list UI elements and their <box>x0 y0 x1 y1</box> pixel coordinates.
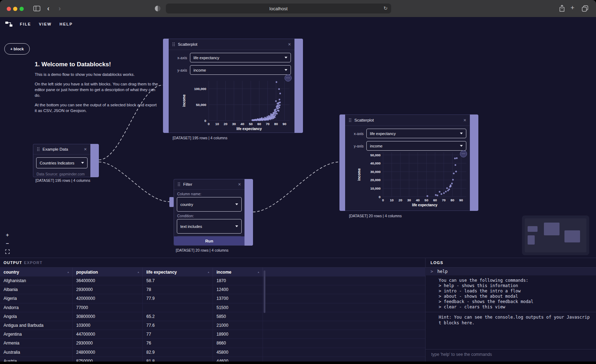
fit-view-button[interactable] <box>4 248 11 255</box>
forward-icon[interactable]: › <box>58 4 61 12</box>
output-handle[interactable] <box>294 39 303 133</box>
column-header-population[interactable]: population▲ <box>73 268 143 276</box>
table-row[interactable]: Afghanistan3640000058.71870 <box>0 276 425 285</box>
more-options-button[interactable]: ⋯ <box>285 74 292 82</box>
sidebar-toggle-icon[interactable] <box>33 5 40 13</box>
connection-edge[interactable] <box>253 162 339 212</box>
flow-canvas[interactable]: + block 1. Welcome to Datablocks! This i… <box>0 31 596 258</box>
sort-asc-icon[interactable]: ▲ <box>137 271 140 273</box>
minimap[interactable] <box>522 215 589 255</box>
tab-output[interactable]: OUTPUT <box>4 261 22 265</box>
menu-help[interactable]: HELP <box>60 22 73 26</box>
svg-text:30: 30 <box>407 198 411 202</box>
share-icon[interactable] <box>559 5 565 14</box>
node-header[interactable]: Scatterplot × <box>169 39 294 50</box>
dataset-select[interactable]: Countries Indicators <box>36 157 88 168</box>
output-handle[interactable] <box>90 144 99 177</box>
node-header[interactable]: Scatterplot × <box>345 115 470 126</box>
drag-handle-icon[interactable] <box>178 182 180 186</box>
more-options-button[interactable]: ⋯ <box>460 150 467 157</box>
close-window-button[interactable] <box>7 7 11 11</box>
input-handle[interactable] <box>339 114 345 211</box>
select-value: income <box>370 144 382 148</box>
select-value: income <box>193 68 206 72</box>
close-icon[interactable]: × <box>463 118 466 123</box>
table-row[interactable]: Antigua and Barbuda10300077.621000 <box>0 321 425 330</box>
table-cell: Albania <box>0 285 73 294</box>
table-cell: 77.9 <box>143 294 213 303</box>
table-row[interactable]: Australia2480000082.945800 <box>0 348 425 357</box>
column-header-income[interactable]: income▲ <box>213 268 263 276</box>
tab-export[interactable]: EXPORT <box>24 261 42 265</box>
scatterplot-node-1[interactable]: Scatterplot × x-axis life expectancy y-a… <box>163 39 303 133</box>
svg-text:10: 10 <box>390 198 394 202</box>
column-header-country[interactable]: country▲ <box>0 268 73 276</box>
drag-handle-icon[interactable] <box>37 147 40 151</box>
svg-text:80: 80 <box>274 122 278 126</box>
output-handle[interactable] <box>470 114 478 211</box>
column-header-life-expectancy[interactable]: life expectancy▲ <box>143 268 213 276</box>
table-scrollbar[interactable] <box>264 270 265 313</box>
table-cell: 58.7 <box>143 276 213 285</box>
new-tab-icon[interactable]: + <box>570 4 574 12</box>
table-cell: 42000000 <box>73 294 143 303</box>
close-icon[interactable]: × <box>84 147 87 152</box>
table-header: country▲ population▲ life expectancy▲ in… <box>0 267 425 276</box>
scatterplot-chart: 0102030405060708090010,00020,00030,00040… <box>345 149 470 209</box>
output-handle[interactable] <box>244 179 253 246</box>
connection-edge[interactable] <box>99 162 169 202</box>
table-row[interactable]: Algeria4200000077.913700 <box>0 294 425 303</box>
condition-select[interactable]: text includes <box>177 219 242 234</box>
address-bar[interactable]: localhost ↻ <box>166 4 391 13</box>
zoom-in-button[interactable]: + <box>4 231 11 238</box>
welcome-text: 1. Welcome to Datablocks! This is a demo… <box>35 61 159 118</box>
tab-overview-icon[interactable] <box>581 5 589 13</box>
input-handle[interactable] <box>169 197 174 207</box>
table-row[interactable]: Austria875000081.844600 <box>0 357 425 362</box>
filter-node[interactable]: Filter × Column name: country Condition:… <box>174 179 253 246</box>
node-header[interactable]: Filter × <box>174 179 244 190</box>
table-row[interactable]: Andorra7700051500 <box>0 303 425 312</box>
select-value: text includes <box>180 224 202 229</box>
svg-text:20,000: 20,000 <box>370 178 381 182</box>
sort-asc-icon[interactable]: ▲ <box>67 271 69 273</box>
menu-file[interactable]: FILE <box>20 22 31 26</box>
zoom-window-button[interactable] <box>19 7 24 11</box>
log-command-row: > help <box>425 268 596 275</box>
scatterplot-node-2[interactable]: Scatterplot × x-axis life expectancy y-a… <box>339 114 478 211</box>
menu-view[interactable]: VIEW <box>39 22 52 26</box>
close-icon[interactable]: × <box>238 182 241 187</box>
input-handle[interactable] <box>163 39 169 133</box>
minimize-window-button[interactable] <box>13 7 17 11</box>
table-row[interactable]: Angola3080000065.25850 <box>0 312 425 321</box>
drag-handle-icon[interactable] <box>349 118 352 122</box>
table-cell: 24800000 <box>73 348 143 357</box>
table-cell <box>143 303 213 312</box>
svg-text:90: 90 <box>459 198 463 202</box>
add-block-button[interactable]: + block <box>4 43 30 55</box>
close-icon[interactable]: × <box>288 42 291 47</box>
x-axis-select[interactable]: life expectancy <box>366 129 466 138</box>
table-row[interactable]: Argentina447000007718900 <box>0 330 425 339</box>
example-data-node[interactable]: Example Data × Countries Indicators Data… <box>33 144 99 177</box>
node-header[interactable]: Example Data × <box>33 144 90 155</box>
table-row[interactable]: Armenia2930000768660 <box>0 339 425 348</box>
zoom-out-button[interactable]: − <box>4 240 11 246</box>
log-command-input[interactable] <box>431 352 588 357</box>
content-blocker-icon[interactable] <box>155 6 161 11</box>
x-axis-select[interactable]: life expectancy <box>190 53 291 62</box>
table-cell: 2930000 <box>73 285 143 294</box>
chevron-down-icon <box>460 145 463 147</box>
drag-handle-icon[interactable] <box>172 42 175 46</box>
back-icon[interactable]: ‹ <box>47 4 50 12</box>
sort-asc-icon[interactable]: ▲ <box>207 271 210 273</box>
run-button[interactable]: Run <box>174 236 244 245</box>
sort-asc-icon[interactable]: ▲ <box>257 271 260 273</box>
column-select[interactable]: country <box>177 197 242 212</box>
datablocks-logo-icon[interactable] <box>5 21 13 28</box>
reload-icon[interactable]: ↻ <box>383 5 388 11</box>
svg-text:50,000: 50,000 <box>196 103 206 107</box>
table-cell: 76 <box>143 339 213 347</box>
table-row[interactable]: Albania29300007812400 <box>0 285 425 294</box>
table-cell: 45800 <box>213 348 263 357</box>
